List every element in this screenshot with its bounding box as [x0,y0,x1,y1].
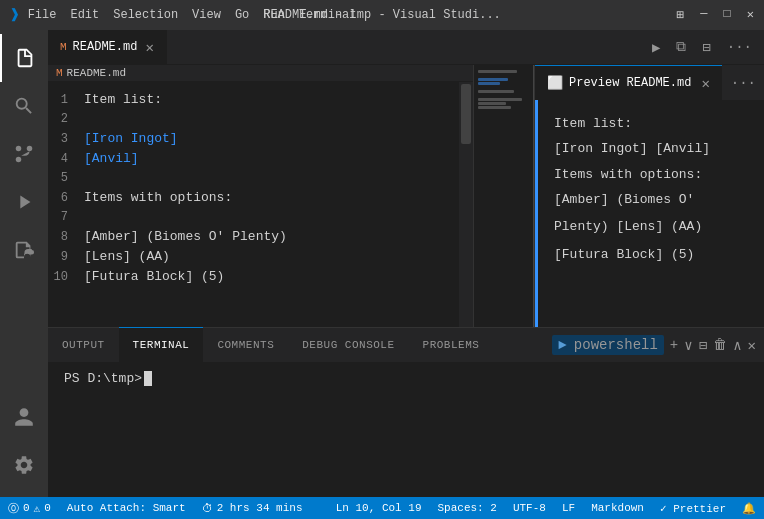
eol-text: LF [562,502,575,514]
svg-point-1 [27,146,33,152]
preview-tab-readme[interactable]: ⬜ Preview README.md ✕ [535,65,722,100]
clock-icon: ⏱ [202,502,213,515]
preview-content[interactable]: Item list: [Iron Ingot] [Anvil] Items wi… [535,100,764,288]
panel-actions: ► powershell + ∨ ⊟ 🗑 ∧ ✕ [552,328,764,362]
git-error-count: 0 [23,502,30,514]
code-line-6: 6 Items with options: [48,188,473,208]
status-bar-left: ⓪ 0 ⚠ 0 Auto Attach: Smart ⏱ 2 hrs 34 mi… [0,497,311,519]
status-prettier[interactable]: ✓ Prettier [652,497,734,519]
code-line-8: 8 [Amber] (Biomes O' Plenty) [48,227,473,247]
status-bar: ⓪ 0 ⚠ 0 Auto Attach: Smart ⏱ 2 hrs 34 mi… [0,497,764,519]
preview-border-line [535,100,538,327]
shell-label: powershell [574,337,658,353]
run-preview-icon[interactable]: ▶ [648,37,664,58]
editor-scrollbar[interactable] [459,82,473,327]
preview-list-2: [Amber] (Biomes O' [554,190,744,210]
code-line-7: 7 [48,208,473,227]
tab-readme-md[interactable]: M README.md ✕ [48,30,167,64]
terminal-output[interactable]: PS D:\tmp> [48,363,764,497]
add-terminal-icon[interactable]: + [670,337,678,353]
editor-tab-actions: ▶ ⧉ ⊟ ··· [648,30,764,64]
activity-sourcecontrol-icon[interactable] [0,130,48,178]
status-bar-right: Ln 10, Col 19 Spaces: 2 UTF-8 LF Markdow… [328,497,764,519]
minimize-button[interactable]: ─ [700,7,707,23]
breadcrumb-filename: README.md [67,67,126,79]
menu-selection[interactable]: Selection [113,8,178,22]
panel-tab-problems[interactable]: PROBLEMS [409,327,494,362]
activity-search-icon[interactable] [0,82,48,130]
editor-area: M README.md ✕ ▶ ⧉ ⊟ ··· M README.md [48,30,764,497]
menu-file[interactable]: File [28,8,57,22]
kill-terminal-icon[interactable]: 🗑 [713,337,727,353]
code-line-3: 3 [Iron Ingot] [48,129,473,149]
status-eol[interactable]: LF [554,497,583,519]
status-spaces[interactable]: Spaces: 2 [430,497,505,519]
svg-point-0 [16,157,22,163]
status-encoding[interactable]: UTF-8 [505,497,554,519]
close-button[interactable]: ✕ [747,7,754,23]
editor-layout-icon[interactable]: ⊟ [698,37,714,58]
terminal-dropdown-icon[interactable]: ∨ [684,337,692,354]
menu-edit[interactable]: Edit [70,8,99,22]
split-editor-icon[interactable]: ⧉ [672,37,690,57]
panel-tab-debug-console[interactable]: DEBUG CONSOLE [288,327,408,362]
status-language[interactable]: Markdown [583,497,652,519]
git-circle-icon: ⓪ [8,501,19,516]
preview-icon: ⬜ [547,75,563,91]
code-line-1: 1 Item list: [48,90,473,110]
code-line-4: 4 [Anvil] [48,149,473,169]
activity-explorer-icon[interactable] [0,34,48,82]
encoding-text: UTF-8 [513,502,546,514]
prettier-text: ✓ Prettier [660,502,726,515]
split-terminal-icon[interactable]: ⊟ [699,337,707,354]
preview-tab-bar: ⬜ Preview README.md ✕ ··· [535,65,764,100]
vscode-logo-icon: ❱ [10,5,20,25]
spaces-text: Spaces: 2 [438,502,497,514]
preview-tab-label: Preview README.md [569,76,691,90]
terminal-prompt-line: PS D:\tmp> [64,371,748,386]
editor-tab-bar: M README.md ✕ ▶ ⧉ ⊟ ··· [48,30,764,65]
preview-tab-close-icon[interactable]: ✕ [701,75,709,92]
activity-settings-icon[interactable] [0,441,48,489]
status-git-errors[interactable]: ⓪ 0 ⚠ 0 [0,497,59,519]
breadcrumb-file-icon: M [56,67,63,79]
git-warning-count: 0 [44,502,51,514]
more-actions-icon[interactable]: ··· [723,37,756,57]
code-editor[interactable]: 1 Item list: 2 3 [Iron Ingot] 4 [Anvil] [48,82,473,327]
svg-point-2 [16,146,22,152]
panel-tab-comments[interactable]: COMMENTS [203,327,288,362]
preview-more-icon[interactable]: ··· [731,75,756,91]
main-layout: M README.md ✕ ▶ ⧉ ⊟ ··· M README.md [0,30,764,497]
activity-extensions-icon[interactable] [0,226,48,274]
editor-pane: M README.md 1 Item list: 2 3 [Iron Ingot… [48,65,473,327]
preview-heading-2: Items with options: [554,167,744,182]
menu-view[interactable]: View [192,8,221,22]
layout-icon[interactable]: ⊞ [677,7,685,23]
panel-tab-terminal[interactable]: TERMINAL [119,327,204,362]
preview-content-wrapper: Item list: [Iron Ingot] [Anvil] Items wi… [535,100,764,327]
panel-tab-bar: OUTPUT TERMINAL COMMENTS DEBUG CONSOLE P… [48,328,764,363]
auto-attach-label: Auto Attach: Smart [67,502,186,514]
activity-bar-bottom [0,393,48,497]
editor-preview-split: M README.md 1 Item list: 2 3 [Iron Ingot… [48,65,764,327]
maximize-button[interactable]: □ [724,7,731,23]
terminal-cursor [144,371,152,386]
status-time[interactable]: ⏱ 2 hrs 34 mins [194,497,311,519]
tab-readme-close-icon[interactable]: ✕ [145,39,153,56]
activity-run-icon[interactable] [0,178,48,226]
activity-accounts-icon[interactable] [0,393,48,441]
activity-bar [0,30,48,497]
status-auto-attach[interactable]: Auto Attach: Smart [59,497,194,519]
terminal-shell-icon: ► powershell [552,335,664,355]
menu-go[interactable]: Go [235,8,249,22]
preview-heading-1: Item list: [554,116,744,131]
panel-close-icon[interactable]: ✕ [748,337,756,354]
status-cursor-position[interactable]: Ln 10, Col 19 [328,497,430,519]
panel-chevron-up-icon[interactable]: ∧ [733,337,741,354]
terminal-prompt-text: PS D:\tmp> [64,371,142,386]
panel-tab-output[interactable]: OUTPUT [48,327,119,362]
cursor-position-text: Ln 10, Col 19 [336,502,422,514]
status-bell[interactable]: 🔔 [734,497,764,519]
editor-breadcrumb: M README.md [48,65,473,82]
preview-tab-actions: ··· [731,65,764,100]
